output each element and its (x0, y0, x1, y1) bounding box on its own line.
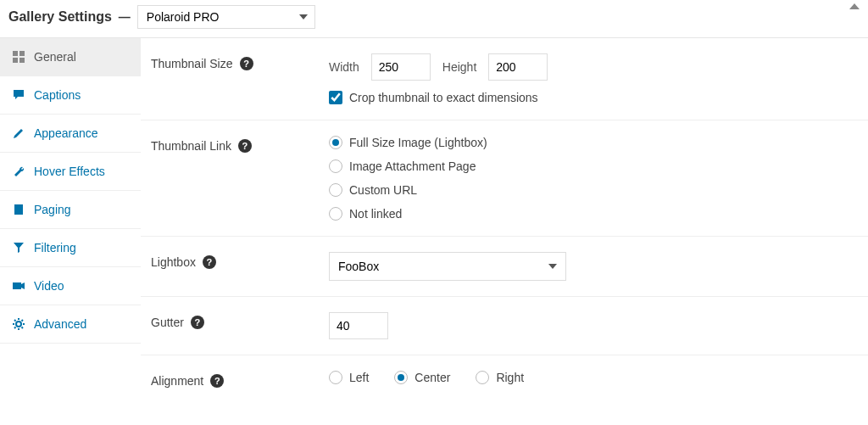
gutter-input[interactable] (329, 312, 388, 339)
row-controls: Width Height Crop thumbnail to exact dim… (329, 53, 858, 104)
row-controls: FooBox (329, 252, 858, 281)
alignment-radios: Left Center Right (329, 371, 858, 384)
row-label: Thumbnail Size ? (151, 53, 329, 70)
sidebar-item-label: Hover Effects (34, 165, 105, 178)
radio-option-fullsize[interactable]: Full Size Image (Lightbox) (329, 136, 858, 149)
help-icon[interactable]: ? (191, 316, 204, 329)
sidebar-item-general[interactable]: General (0, 38, 141, 76)
row-alignment: Alignment ? Left Center Right (141, 355, 868, 403)
sidebar-item-hover[interactable]: Hover Effects (0, 153, 141, 191)
radio-option-center[interactable]: Center (394, 371, 450, 384)
panel-header: Gallery Settings — Polaroid PRO (0, 0, 868, 37)
width-label: Width (329, 60, 359, 74)
radio-label: Center (415, 371, 450, 384)
row-lightbox: Lightbox ? FooBox (141, 237, 868, 297)
radio-option-notlinked[interactable]: Not linked (329, 207, 858, 221)
svg-rect-2 (13, 58, 18, 63)
title-separator: — (119, 10, 131, 24)
sidebar-item-appearance[interactable]: Appearance (0, 115, 141, 153)
help-icon[interactable]: ? (203, 255, 216, 269)
label-text: Alignment (151, 374, 203, 388)
radio-icon (329, 183, 342, 197)
filter-icon (12, 241, 25, 254)
dashboard-icon (12, 50, 25, 64)
sidebar-item-label: Video (34, 279, 64, 293)
row-label: Gutter ? (151, 312, 329, 329)
row-label: Thumbnail Link ? (151, 136, 329, 153)
brush-icon (12, 126, 25, 140)
svg-rect-5 (13, 282, 21, 289)
radio-option-left[interactable]: Left (329, 371, 369, 384)
lightbox-select[interactable]: FooBox (329, 252, 566, 281)
radio-option-custom[interactable]: Custom URL (329, 183, 858, 197)
size-inputs: Width Height (329, 53, 858, 81)
page-title: Gallery Settings (8, 9, 112, 25)
radio-icon (476, 371, 489, 384)
height-label: Height (442, 60, 476, 74)
radio-icon (394, 371, 408, 384)
radio-label: Not linked (349, 207, 402, 221)
template-select[interactable]: Polaroid PRO (137, 5, 315, 29)
radio-icon (329, 136, 342, 149)
svg-rect-0 (13, 51, 18, 56)
radio-option-right[interactable]: Right (476, 371, 524, 384)
row-controls: Full Size Image (Lightbox) Image Attachm… (329, 136, 858, 221)
radio-label: Full Size Image (Lightbox) (349, 136, 487, 149)
row-gutter: Gutter ? (141, 297, 868, 355)
sidebar-item-label: Filtering (34, 241, 76, 254)
crop-check-row: Crop thumbnail to exact dimensions (329, 91, 858, 104)
crop-checkbox[interactable] (329, 91, 342, 104)
row-thumbnail-link: Thumbnail Link ? Full Size Image (Lightb… (141, 120, 868, 237)
settings-panel: General Captions Appearance Hover Effect… (0, 37, 868, 403)
radio-label: Right (496, 371, 524, 384)
row-controls: Left Center Right (329, 371, 858, 384)
svg-point-6 (16, 322, 21, 327)
sidebar: General Captions Appearance Hover Effect… (0, 38, 141, 403)
radio-icon (329, 371, 342, 384)
sidebar-item-label: Appearance (34, 126, 98, 140)
thumb-link-radios: Full Size Image (Lightbox) Image Attachm… (329, 136, 858, 221)
svg-rect-4 (14, 204, 23, 215)
sidebar-item-video[interactable]: Video (0, 267, 141, 305)
sidebar-item-advanced[interactable]: Advanced (0, 305, 141, 344)
sidebar-item-filtering[interactable]: Filtering (0, 229, 141, 267)
width-input[interactable] (371, 53, 431, 81)
label-text: Lightbox (151, 255, 196, 269)
help-icon[interactable]: ? (210, 374, 224, 388)
label-text: Thumbnail Link (151, 139, 231, 153)
sidebar-item-paging[interactable]: Paging (0, 191, 141, 229)
page-icon (12, 203, 25, 216)
radio-label: Image Attachment Page (349, 159, 476, 173)
sidebar-item-label: General (34, 50, 76, 64)
collapse-icon[interactable] (849, 3, 860, 9)
sidebar-item-captions[interactable]: Captions (0, 76, 141, 115)
gear-icon (12, 317, 25, 331)
row-label: Lightbox ? (151, 252, 329, 269)
row-thumbnail-size: Thumbnail Size ? Width Height Crop thumb… (141, 38, 868, 120)
help-icon[interactable]: ? (238, 139, 252, 153)
radio-icon (329, 159, 342, 173)
radio-label: Custom URL (349, 183, 417, 197)
crop-label: Crop thumbnail to exact dimensions (349, 91, 538, 104)
radio-icon (329, 207, 342, 221)
label-text: Thumbnail Size (151, 57, 233, 70)
row-controls (329, 312, 858, 339)
radio-option-attachment[interactable]: Image Attachment Page (329, 159, 858, 173)
content-area: Thumbnail Size ? Width Height Crop thumb… (141, 38, 868, 403)
help-icon[interactable]: ? (240, 57, 253, 70)
wrench-icon (12, 165, 25, 178)
sidebar-item-label: Paging (34, 203, 71, 216)
row-label: Alignment ? (151, 371, 329, 388)
sidebar-item-label: Captions (34, 88, 81, 102)
comment-icon (12, 88, 25, 102)
video-icon (12, 279, 25, 293)
label-text: Gutter (151, 316, 184, 329)
sidebar-item-label: Advanced (34, 317, 86, 331)
svg-rect-1 (19, 51, 25, 56)
radio-label: Left (349, 371, 369, 384)
svg-rect-3 (19, 58, 25, 63)
height-input[interactable] (488, 53, 548, 81)
